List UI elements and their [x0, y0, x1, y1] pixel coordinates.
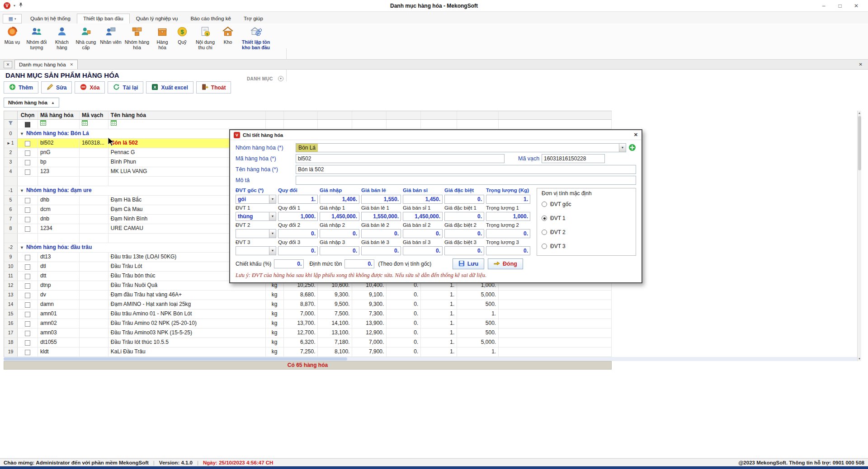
row-checkbox[interactable] — [25, 331, 30, 336]
collapse-triangle-icon[interactable]: ▼ — [20, 131, 24, 136]
row-checkbox[interactable] — [25, 217, 30, 222]
table-row[interactable]: 13dvĐạm đầu Trâu hạt vàng 46A+kg8,680.9,… — [4, 291, 612, 300]
dialog-close-icon[interactable]: ✕ — [634, 132, 638, 138]
price-input[interactable]: 0. — [403, 229, 443, 238]
barcode-input[interactable] — [542, 154, 605, 163]
chevron-down-icon[interactable]: ▼ — [619, 144, 626, 152]
tabbar-close-icon[interactable]: ✕ — [859, 62, 863, 67]
ribbon-item-employee[interactable]: Nhân viên — [99, 25, 123, 46]
tab-close-icon[interactable]: ✕ — [70, 62, 74, 67]
price-input[interactable]: 0. — [486, 229, 530, 238]
collapse-triangle-icon[interactable]: ▼ — [20, 245, 24, 250]
filter-grid-icon[interactable] — [82, 121, 88, 127]
product-code-input[interactable] — [296, 154, 505, 163]
unit-select-1[interactable]: thùng▼ — [236, 212, 276, 221]
price-input[interactable]: 0. — [278, 229, 318, 238]
price-input[interactable]: 1,550,000. — [361, 212, 401, 221]
collapse-triangle-icon[interactable]: ▼ — [20, 188, 24, 193]
price-input[interactable]: 1,450,000. — [320, 212, 359, 221]
column-header[interactable] — [284, 111, 318, 119]
price-input[interactable]: 0. — [320, 246, 359, 255]
vertical-scrollbar[interactable]: ▲ ▼ — [857, 111, 861, 361]
price-input[interactable]: 1,000. — [278, 212, 318, 221]
window-list-tab[interactable]: ▦ ▾ — [3, 14, 22, 23]
default-unit-option[interactable]: ĐVT 2 — [542, 225, 631, 239]
column-header[interactable]: Mã vạch — [80, 111, 108, 119]
discount-input[interactable]: 0. — [274, 259, 304, 268]
column-header[interactable] — [318, 111, 352, 119]
ribbon-item-product-group[interactable]: Nhóm hàng hóa — [123, 25, 151, 51]
price-input[interactable]: 0. — [361, 246, 401, 255]
table-row[interactable]: 14damnĐạm AMINO - Hạt xanh loại 25kgkg8,… — [4, 300, 612, 310]
default-unit-option[interactable]: ĐVT gốc — [542, 197, 631, 211]
ribbon-item-warehouse[interactable]: Kho — [220, 25, 236, 46]
tab-reports[interactable]: Báo cáo thống kê — [184, 14, 237, 23]
chevron-down-icon[interactable]: ▼ — [269, 247, 276, 255]
reload-button[interactable]: Tải lại — [108, 81, 143, 94]
horizontal-scrollbar[interactable] — [4, 357, 857, 361]
delete-button[interactable]: Xóa — [75, 81, 105, 94]
description-input[interactable] — [296, 176, 636, 185]
row-checkbox[interactable] — [25, 283, 30, 289]
filter-grid-icon[interactable] — [40, 121, 46, 127]
default-unit-option[interactable]: ĐVT 3 — [542, 239, 631, 253]
column-header[interactable]: Mã hàng hóa — [38, 111, 80, 119]
chevron-down-icon[interactable]: ▼ — [269, 212, 276, 220]
price-input[interactable]: 0. — [444, 212, 484, 221]
price-input[interactable]: 0. — [278, 246, 318, 255]
column-header[interactable]: Chọn — [18, 111, 38, 119]
row-checkbox[interactable] — [25, 340, 30, 346]
column-header[interactable] — [499, 111, 612, 119]
scroll-down-icon[interactable]: ▼ — [858, 356, 861, 361]
ribbon-item-product[interactable]: Hàng hóa — [151, 25, 174, 51]
ribbon-group-expander-icon[interactable]: ▾ — [278, 76, 283, 81]
tab-initial-setup[interactable]: Thiết lập ban đầu — [77, 14, 130, 23]
tab-help[interactable]: Trợ giúp — [237, 14, 269, 23]
table-row[interactable]: 16amn02Đầu Trâu Amino 02 NPK (25-20-10)k… — [4, 319, 612, 328]
column-header[interactable]: Tên hàng hóa — [108, 111, 266, 119]
price-input[interactable]: 0. — [403, 246, 443, 255]
price-input[interactable]: 1,550. — [361, 195, 401, 204]
chevron-down-icon[interactable]: ▼ — [269, 230, 276, 238]
price-input[interactable]: 0. — [361, 229, 401, 238]
scrollbar-thumb[interactable] — [858, 116, 861, 170]
price-input[interactable]: 0. — [444, 229, 484, 238]
scrollbar-thumb[interactable] — [4, 357, 347, 361]
row-checkbox[interactable] — [25, 198, 30, 203]
table-row[interactable]: 19kldtKaLi Đầu Trâukg7,250.8,100.7,900.0… — [4, 347, 612, 357]
ribbon-item-season[interactable]: Mùa vụ — [2, 25, 23, 46]
ribbon-item-object-group[interactable]: Nhóm đối tượng — [23, 25, 51, 51]
row-checkbox[interactable] — [25, 207, 30, 213]
price-input[interactable]: 0. — [444, 246, 484, 255]
column-header[interactable] — [387, 111, 421, 119]
price-input[interactable]: 1,000. — [486, 212, 530, 221]
tab-business[interactable]: Quản lý nghiệp vụ — [130, 14, 184, 23]
table-row[interactable]: 17amn03Đầu Trâu Amino03 NPK (15-5-25)kg1… — [4, 328, 612, 338]
select-all-checkbox[interactable] — [25, 122, 30, 127]
row-checkbox[interactable] — [25, 226, 30, 232]
minimize-button[interactable]: – — [816, 0, 832, 11]
group-by-button[interactable]: Nhóm hàng hóa ▲ — [4, 98, 59, 108]
price-input[interactable]: 1,406. — [320, 195, 359, 204]
unit-select-2[interactable]: ▼ — [236, 229, 276, 238]
price-input[interactable]: 1. — [486, 195, 530, 204]
row-checkbox[interactable] — [25, 141, 30, 146]
column-header[interactable] — [457, 111, 499, 119]
unit-select-0[interactable]: gói▼ — [236, 195, 276, 204]
chevron-down-icon[interactable]: ▼ — [269, 195, 276, 203]
close-button[interactable]: ✕ — [848, 0, 864, 11]
row-checkbox[interactable] — [25, 302, 30, 308]
row-checkbox[interactable] — [25, 293, 30, 298]
row-checkbox[interactable] — [25, 169, 30, 175]
price-input[interactable]: 0. — [320, 229, 359, 238]
unit-select-3[interactable]: ▼ — [236, 246, 276, 255]
row-checkbox[interactable] — [25, 274, 30, 279]
filter-grid-icon[interactable] — [111, 121, 117, 127]
maximize-button[interactable]: □ — [832, 0, 848, 11]
column-header[interactable] — [421, 111, 457, 119]
pin-icon[interactable] — [19, 2, 23, 9]
save-button[interactable]: Lưu — [453, 258, 484, 269]
product-name-input[interactable] — [296, 165, 636, 174]
close-dialog-button[interactable]: Đóng — [488, 258, 523, 269]
row-checkbox[interactable] — [25, 312, 30, 317]
